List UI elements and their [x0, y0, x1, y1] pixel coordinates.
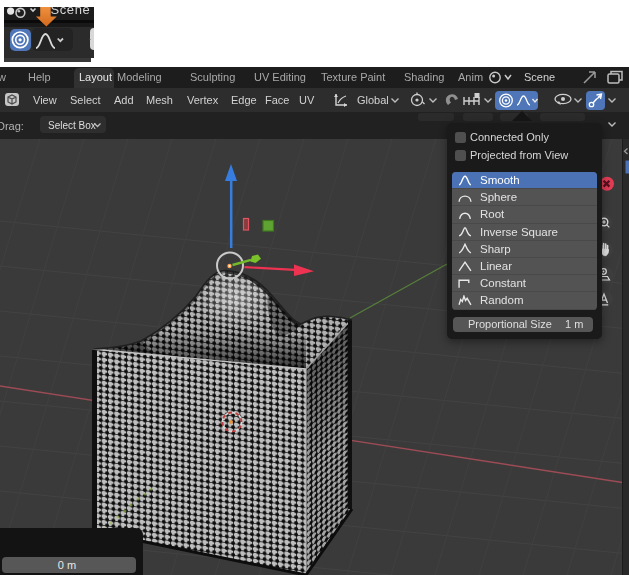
- svg-text:0 m: 0 m: [58, 559, 76, 571]
